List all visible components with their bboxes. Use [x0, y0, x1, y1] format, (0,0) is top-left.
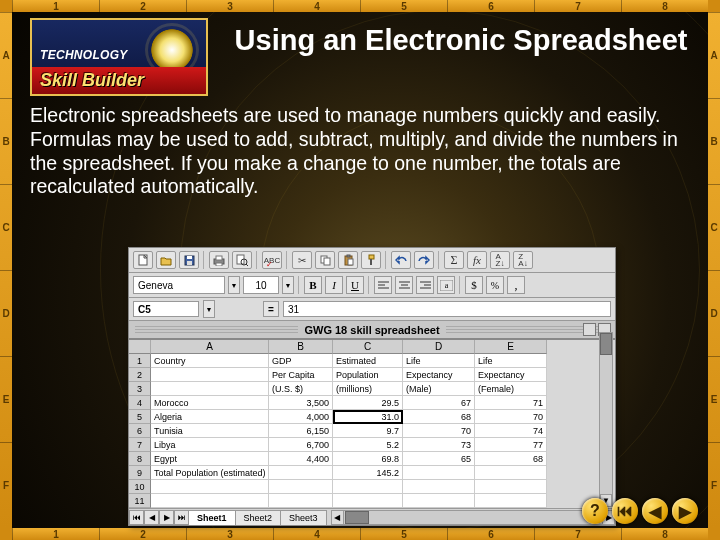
cell[interactable]: Estimated: [333, 354, 403, 368]
row-header[interactable]: 1: [129, 354, 151, 368]
cell[interactable]: Tunisia: [151, 424, 269, 438]
sort-desc-icon[interactable]: ZA↓: [513, 251, 533, 269]
next-slide-button[interactable]: ▶: [672, 498, 698, 524]
cell[interactable]: [333, 494, 403, 508]
cell[interactable]: Per Capita: [269, 368, 333, 382]
cell[interactable]: Algeria: [151, 410, 269, 424]
row-header[interactable]: 5: [129, 410, 151, 424]
tab-nav-next-icon[interactable]: ▶: [159, 510, 174, 525]
tab-nav-last-icon[interactable]: ⏭: [174, 510, 189, 525]
sheet-tab[interactable]: Sheet3: [280, 510, 327, 525]
cell[interactable]: Country: [151, 354, 269, 368]
cell[interactable]: 6,700: [269, 438, 333, 452]
cell[interactable]: (U.S. $): [269, 382, 333, 396]
cell[interactable]: [269, 480, 333, 494]
cell[interactable]: [269, 494, 333, 508]
cell[interactable]: 68: [475, 452, 547, 466]
cell[interactable]: [475, 494, 547, 508]
new-doc-icon[interactable]: [133, 251, 153, 269]
font-size-selector[interactable]: 10: [243, 276, 279, 294]
cell[interactable]: 6,150: [269, 424, 333, 438]
spreadsheet-grid[interactable]: 1234567891011ABCDECountryGDPEstimatedLif…: [129, 339, 615, 508]
cell[interactable]: 9.7: [333, 424, 403, 438]
cell[interactable]: [151, 382, 269, 396]
percent-icon[interactable]: %: [486, 276, 504, 294]
paste-icon[interactable]: [338, 251, 358, 269]
cell[interactable]: Egypt: [151, 452, 269, 466]
cell[interactable]: 31.0: [333, 410, 403, 424]
select-all-corner[interactable]: [129, 340, 151, 354]
cell[interactable]: [403, 494, 475, 508]
cell[interactable]: 3,500: [269, 396, 333, 410]
cell[interactable]: Expectancy: [475, 368, 547, 382]
cell[interactable]: GDP: [269, 354, 333, 368]
cell[interactable]: Life: [475, 354, 547, 368]
cell[interactable]: [475, 480, 547, 494]
align-right-icon[interactable]: [416, 276, 434, 294]
vertical-scrollbar[interactable]: ▲ ▼: [599, 332, 613, 507]
row-header[interactable]: 8: [129, 452, 151, 466]
cell[interactable]: Libya: [151, 438, 269, 452]
cell[interactable]: Population: [333, 368, 403, 382]
cell[interactable]: [475, 466, 547, 480]
cell[interactable]: [151, 368, 269, 382]
cell[interactable]: 70: [475, 410, 547, 424]
copy-icon[interactable]: [315, 251, 335, 269]
cut-icon[interactable]: ✂: [292, 251, 312, 269]
print-preview-icon[interactable]: [232, 251, 252, 269]
cell[interactable]: 77: [475, 438, 547, 452]
spellcheck-icon[interactable]: ABC✓: [262, 251, 282, 269]
redo-icon[interactable]: [414, 251, 434, 269]
first-slide-button[interactable]: ⏮: [612, 498, 638, 524]
cell[interactable]: 70: [403, 424, 475, 438]
undo-icon[interactable]: [391, 251, 411, 269]
cell[interactable]: Total Population (estimated): [151, 466, 269, 480]
cell[interactable]: [403, 466, 475, 480]
column-header[interactable]: D: [403, 340, 475, 354]
cell[interactable]: 4,000: [269, 410, 333, 424]
cell[interactable]: 69.8: [333, 452, 403, 466]
cell[interactable]: 74: [475, 424, 547, 438]
row-header[interactable]: 4: [129, 396, 151, 410]
align-center-icon[interactable]: [395, 276, 413, 294]
underline-button[interactable]: U: [346, 276, 364, 294]
cell[interactable]: 145.2: [333, 466, 403, 480]
merge-center-icon[interactable]: a: [437, 276, 455, 294]
column-header[interactable]: E: [475, 340, 547, 354]
cell[interactable]: 29.5: [333, 396, 403, 410]
row-header[interactable]: 2: [129, 368, 151, 382]
equals-button[interactable]: =: [263, 301, 279, 317]
tab-nav-prev-icon[interactable]: ◀: [144, 510, 159, 525]
autosum-icon[interactable]: Σ: [444, 251, 464, 269]
window-button-icon[interactable]: [583, 323, 596, 336]
cell[interactable]: 68: [403, 410, 475, 424]
cell[interactable]: 71: [475, 396, 547, 410]
row-header[interactable]: 9: [129, 466, 151, 480]
sheet-tab[interactable]: Sheet1: [188, 510, 236, 525]
cell[interactable]: [269, 466, 333, 480]
cell[interactable]: Expectancy: [403, 368, 475, 382]
cell[interactable]: [151, 480, 269, 494]
cell[interactable]: 5.2: [333, 438, 403, 452]
cell[interactable]: [151, 494, 269, 508]
cell[interactable]: [403, 480, 475, 494]
cell-ref-dropdown-icon[interactable]: ▼: [203, 300, 215, 318]
sheet-tab[interactable]: Sheet2: [235, 510, 282, 525]
cell[interactable]: [333, 480, 403, 494]
italic-button[interactable]: I: [325, 276, 343, 294]
comma-icon[interactable]: ,: [507, 276, 525, 294]
help-button[interactable]: ?: [582, 498, 608, 524]
open-icon[interactable]: [156, 251, 176, 269]
font-size-dropdown-icon[interactable]: ▼: [282, 276, 294, 294]
currency-icon[interactable]: $: [465, 276, 483, 294]
formula-input[interactable]: 31: [283, 301, 611, 317]
print-icon[interactable]: [209, 251, 229, 269]
tab-nav-first-icon[interactable]: ⏮: [129, 510, 144, 525]
cell[interactable]: 67: [403, 396, 475, 410]
cell-reference-box[interactable]: C5: [133, 301, 199, 317]
column-header[interactable]: A: [151, 340, 269, 354]
cell[interactable]: Life: [403, 354, 475, 368]
prev-slide-button[interactable]: ◀: [642, 498, 668, 524]
cell[interactable]: 65: [403, 452, 475, 466]
scroll-left-icon[interactable]: ◀: [331, 510, 344, 525]
